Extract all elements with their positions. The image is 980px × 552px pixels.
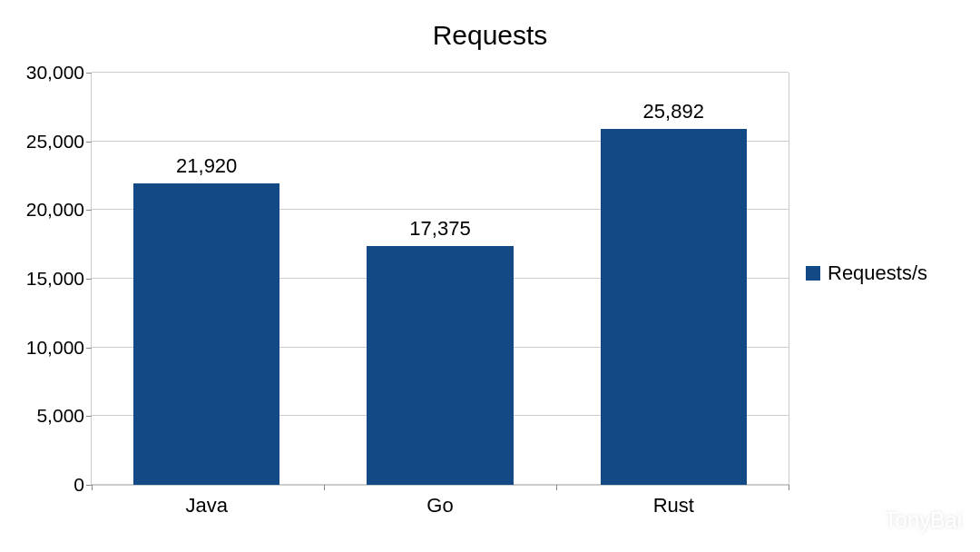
x-tick-mark [324, 485, 325, 490]
bar-rust: 25,892 [601, 129, 747, 485]
watermark-text: TonyBai [885, 508, 962, 533]
y-tick-label: 15,000 [26, 268, 92, 290]
bars-layer: 21,920 17,375 25,892 [92, 73, 789, 485]
x-tick-mark [92, 485, 93, 490]
y-tick-label: 10,000 [26, 337, 92, 359]
x-tick-label: Java [185, 485, 227, 518]
bar-value-label: 25,892 [643, 100, 704, 123]
bar-value-label: 21,920 [176, 154, 237, 178]
y-tick-label: 30,000 [26, 62, 92, 84]
chart-title: Requests [0, 20, 980, 51]
wechat-icon [848, 505, 879, 536]
legend: Requests/s [806, 261, 927, 285]
y-tick-label: 20,000 [26, 199, 92, 221]
bar-go: 17,375 [367, 246, 513, 485]
plot-area: 0 5,000 10,000 15,000 20,000 25,000 30,0… [91, 73, 789, 486]
y-tick-label: 5,000 [36, 405, 92, 427]
x-tick-mark [789, 485, 789, 490]
x-tick-label: Rust [653, 485, 694, 518]
legend-label: Requests/s [828, 261, 927, 285]
y-tick-label: 25,000 [26, 131, 92, 153]
watermark: TonyBai [848, 505, 962, 536]
bar-java: 21,920 [133, 183, 279, 485]
x-tick-label: Go [426, 485, 453, 518]
x-tick-mark [556, 485, 557, 490]
bar-value-label: 17,375 [409, 217, 470, 241]
legend-swatch [806, 266, 820, 281]
